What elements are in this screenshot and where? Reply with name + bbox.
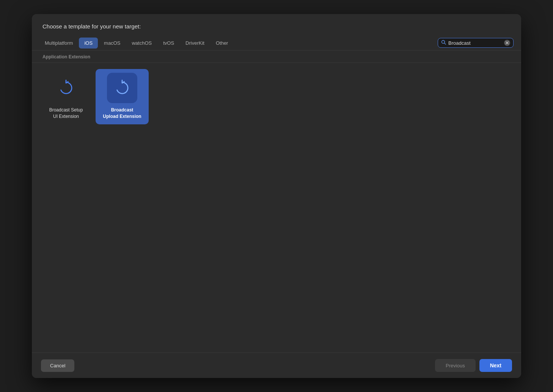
- content-area: Application Extension Broadcast SetupUI …: [32, 50, 521, 353]
- template-broadcast-setup-ui[interactable]: Broadcast SetupUI Extension: [39, 69, 93, 124]
- search-box[interactable]: [438, 38, 514, 48]
- tab-multiplatform[interactable]: Multiplatform: [39, 38, 78, 49]
- next-button[interactable]: Next: [479, 359, 512, 372]
- search-icon: [441, 40, 446, 46]
- template-icon-broadcast-upload: [107, 73, 137, 103]
- tab-watchos[interactable]: watchOS: [126, 38, 157, 49]
- dialog-header: Choose a template for your new target:: [32, 14, 521, 36]
- clear-search-button[interactable]: [504, 40, 510, 46]
- template-icon-broadcast-setup: [51, 73, 81, 103]
- tab-other[interactable]: Other: [211, 38, 234, 49]
- templates-grid: Broadcast SetupUI Extension BroadcastUpl…: [32, 63, 521, 130]
- search-input[interactable]: [448, 40, 502, 46]
- template-broadcast-upload[interactable]: BroadcastUpload Extension: [96, 69, 149, 124]
- footer-right-buttons: Previous Next: [435, 359, 512, 372]
- tab-ios[interactable]: iOS: [79, 38, 98, 49]
- tab-tvos[interactable]: tvOS: [158, 38, 179, 49]
- dialog-title: Choose a template for your new target:: [42, 23, 141, 30]
- tab-driverkit[interactable]: DriverKit: [180, 38, 210, 49]
- template-label-broadcast-upload: BroadcastUpload Extension: [103, 107, 141, 120]
- section-header: Application Extension: [32, 50, 521, 63]
- dialog-footer: Cancel Previous Next: [32, 353, 521, 378]
- cancel-button[interactable]: Cancel: [41, 359, 74, 372]
- tab-macos[interactable]: macOS: [99, 38, 126, 49]
- template-label-broadcast-setup: Broadcast SetupUI Extension: [49, 107, 83, 120]
- previous-button[interactable]: Previous: [435, 359, 476, 372]
- tab-bar: Multiplatform iOS macOS watchOS tvOS Dri…: [39, 38, 438, 49]
- template-chooser-dialog: Choose a template for your new target: M…: [32, 14, 521, 378]
- tabs-and-search-bar: Multiplatform iOS macOS watchOS tvOS Dri…: [32, 36, 521, 50]
- svg-line-1: [445, 43, 446, 45]
